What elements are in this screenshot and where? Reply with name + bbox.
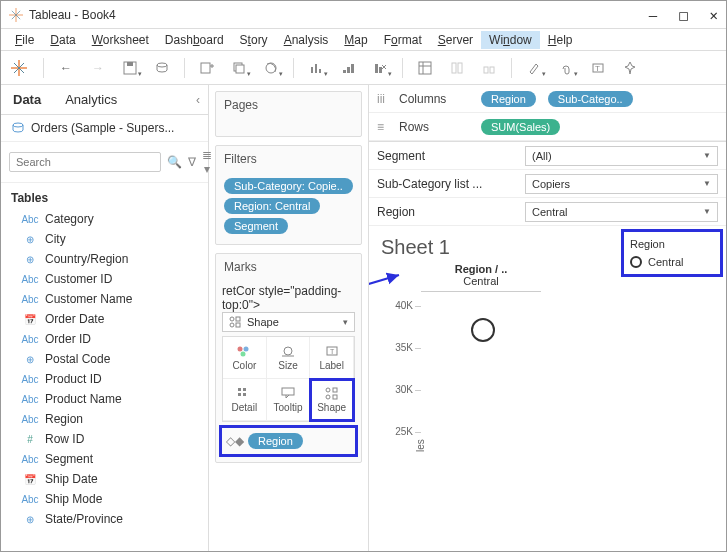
rows-pill-sales[interactable]: SUM(Sales) <box>481 119 560 135</box>
marks-detail-button[interactable]: Detail <box>223 379 267 421</box>
maximize-button[interactable]: □ <box>679 7 687 23</box>
field-product-id[interactable]: AbcProduct ID <box>1 369 208 389</box>
shape-icon <box>229 316 241 328</box>
sheet-title[interactable]: Sheet 1 <box>381 236 612 259</box>
menu-dashboard[interactable]: Dashboard <box>157 31 232 49</box>
svg-rect-32 <box>484 67 488 73</box>
svg-text:T: T <box>595 64 600 73</box>
svg-rect-30 <box>452 63 456 73</box>
filter-pill-segment[interactable]: Segment <box>224 218 288 234</box>
quickfilter-segment: Segment (All) <box>369 142 726 170</box>
quickfilter-segment-select[interactable]: (All) <box>525 146 718 166</box>
field-row-id[interactable]: #Row ID <box>1 429 208 449</box>
filter-pill-subcategory[interactable]: Sub-Category: Copie.. <box>224 178 353 194</box>
viz-canvas[interactable]: Sheet 1 Region / .. Central 40K 35K 30K … <box>369 226 624 551</box>
field-ship-mode[interactable]: AbcShip Mode <box>1 489 208 509</box>
menu-worksheet[interactable]: Worksheet <box>84 31 157 49</box>
menu-data[interactable]: Data <box>42 31 83 49</box>
field-region[interactable]: AbcRegion <box>1 409 208 429</box>
menu-server[interactable]: Server <box>430 31 481 49</box>
chart-area[interactable]: 40K 35K 30K 25K les <box>421 291 541 471</box>
pages-card[interactable]: Pages <box>215 91 362 137</box>
svg-rect-51 <box>243 393 246 396</box>
highlight-button[interactable] <box>520 56 548 80</box>
save-button[interactable] <box>116 56 144 80</box>
menu-file[interactable]: File <box>7 31 42 49</box>
svg-rect-27 <box>419 62 431 74</box>
columns-icon: iii <box>377 92 391 106</box>
field-category[interactable]: AbcCategory <box>1 209 208 229</box>
close-button[interactable]: ✕ <box>710 7 718 23</box>
rows-shelf[interactable]: ≡ Rows SUM(Sales) <box>369 113 726 141</box>
field-order-date[interactable]: 📅Order Date <box>1 309 208 329</box>
quickfilter-region-select[interactable]: Central <box>525 202 718 222</box>
field-customer-name[interactable]: AbcCustomer Name <box>1 289 208 309</box>
undo-button[interactable]: ← <box>52 56 80 80</box>
filter-fields-icon[interactable]: ∇ <box>188 155 196 169</box>
minimize-button[interactable]: — <box>649 7 657 23</box>
svg-rect-56 <box>333 395 337 399</box>
marks-label-button[interactable]: TLabel <box>310 337 354 379</box>
field-postal-code[interactable]: ⊕Postal Code <box>1 349 208 369</box>
tableau-icon[interactable] <box>9 58 29 78</box>
menu-map[interactable]: Map <box>336 31 375 49</box>
marks-size-button[interactable]: Size <box>267 337 311 379</box>
marks-shape-field-row[interactable]: ◇◆ Region <box>222 428 355 454</box>
quickfilter-subcategory-select[interactable]: Copiers <box>525 174 718 194</box>
show-labels-button[interactable] <box>475 56 503 80</box>
field-country-region[interactable]: ⊕Country/Region <box>1 249 208 269</box>
svg-text:T: T <box>330 348 335 355</box>
collapse-pane-icon[interactable]: ‹ <box>188 93 208 107</box>
sort-desc-button[interactable] <box>366 56 394 80</box>
marks-tooltip-button[interactable]: Tooltip <box>267 379 311 421</box>
menu-analysis[interactable]: Analysis <box>276 31 337 49</box>
svg-point-10 <box>157 63 167 67</box>
filters-card[interactable]: Filters Sub-Category: Copie.. Region: Ce… <box>215 145 362 245</box>
new-worksheet-button[interactable] <box>193 56 221 80</box>
tab-analytics[interactable]: Analytics <box>53 86 129 113</box>
title-bar: Tableau - Book4 — □ ✕ <box>1 1 726 29</box>
marks-type-select[interactable]: Shape <box>222 312 355 332</box>
svg-rect-19 <box>319 69 321 73</box>
data-mark-central[interactable] <box>471 318 495 342</box>
field-ship-date[interactable]: 📅Ship Date <box>1 469 208 489</box>
field-product-name[interactable]: AbcProduct Name <box>1 389 208 409</box>
sort-asc-button[interactable] <box>334 56 362 80</box>
columns-pill-subcategory[interactable]: Sub-Catego.. <box>548 91 633 107</box>
field-order-id[interactable]: AbcOrder ID <box>1 329 208 349</box>
group-button[interactable] <box>443 56 471 80</box>
search-icon[interactable]: 🔍 <box>167 155 182 169</box>
marks-color-button[interactable]: Color <box>223 337 267 379</box>
shape-legend[interactable]: Region Central <box>624 232 720 274</box>
show-caption-button[interactable]: T <box>584 56 612 80</box>
filter-pill-region[interactable]: Region: Central <box>224 198 320 214</box>
clear-button[interactable] <box>257 56 285 80</box>
attach-button[interactable] <box>552 56 580 80</box>
field-city[interactable]: ⊕City <box>1 229 208 249</box>
field-state-province[interactable]: ⊕State/Province <box>1 509 208 529</box>
duplicate-button[interactable] <box>225 56 253 80</box>
menu-story[interactable]: Story <box>232 31 276 49</box>
datasource-item[interactable]: Orders (Sample - Supers... <box>1 115 208 142</box>
tab-data[interactable]: Data <box>1 86 53 113</box>
columns-pill-region[interactable]: Region <box>481 91 536 107</box>
legend-item-central[interactable]: Central <box>630 256 714 268</box>
svg-point-53 <box>326 388 330 392</box>
field-customer-id[interactable]: AbcCustomer ID <box>1 269 208 289</box>
field-segment[interactable]: AbcSegment <box>1 449 208 469</box>
menu-window[interactable]: Window <box>481 31 540 49</box>
marks-shape-button[interactable]: Shape <box>310 379 354 421</box>
new-datasource-button[interactable] <box>148 56 176 80</box>
menu-help[interactable]: Help <box>540 31 581 49</box>
field-search-input[interactable] <box>9 152 161 172</box>
pin-button[interactable] <box>616 56 644 80</box>
menu-bar: File Data Worksheet Dashboard Story Anal… <box>1 29 726 51</box>
redo-button[interactable]: → <box>84 56 112 80</box>
marks-pill-region[interactable]: Region <box>248 433 303 449</box>
menu-format[interactable]: Format <box>376 31 430 49</box>
column-header[interactable]: Region / .. Central <box>421 263 541 287</box>
marks-card[interactable]: Marks retCor style="padding-top:0"> Shap… <box>215 253 362 463</box>
totals-button[interactable] <box>411 56 439 80</box>
swap-button[interactable] <box>302 56 330 80</box>
columns-shelf[interactable]: iii Columns Region Sub-Catego.. <box>369 85 726 113</box>
